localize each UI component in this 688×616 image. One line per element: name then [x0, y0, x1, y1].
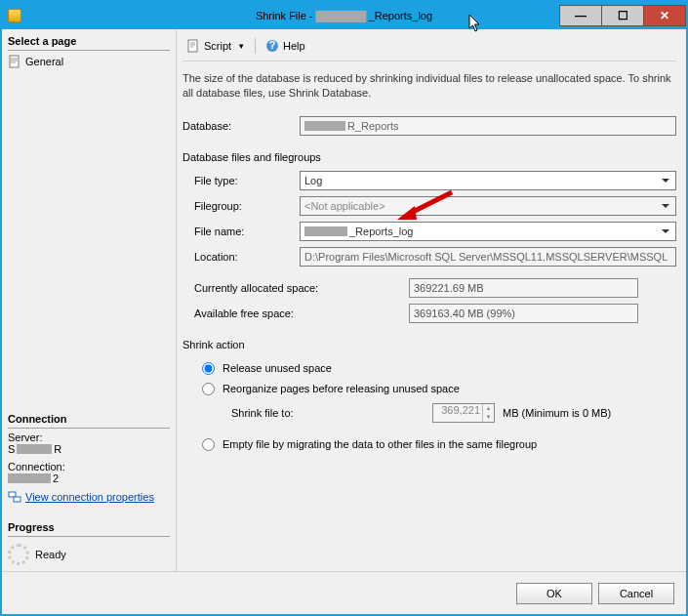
radio-release[interactable]: [202, 362, 215, 375]
close-button[interactable]: ✕: [643, 5, 686, 26]
option-empty-file[interactable]: Empty file by migrating the data to othe…: [202, 438, 676, 451]
svg-text:?: ?: [269, 39, 276, 51]
svg-rect-1: [9, 492, 16, 497]
radio-empty[interactable]: [202, 438, 215, 451]
option-release-unused[interactable]: Release unused space: [202, 362, 676, 375]
connection-icon: [8, 490, 21, 504]
files-section-label: Database files and filegroups: [182, 151, 676, 163]
location-field: D:\Program Files\Microsoft SQL Server\MS…: [300, 247, 676, 267]
svg-rect-0: [10, 56, 19, 67]
radio-reorganize[interactable]: [202, 383, 215, 395]
spinner-icon: [8, 544, 29, 565]
connection-label: Connection:: [8, 461, 170, 472]
svg-rect-2: [14, 497, 20, 502]
filegroup-select: <Not applicable>: [300, 196, 676, 216]
help-icon: ?: [265, 39, 279, 53]
free-space-value: 369163.40 MB (99%): [409, 304, 638, 323]
app-icon: [8, 9, 21, 22]
script-icon: [186, 39, 200, 53]
allocated-label: Currently allocated space:: [194, 282, 409, 294]
spinner-down-icon[interactable]: ▼: [483, 413, 494, 422]
progress-status: Ready: [8, 540, 170, 565]
cancel-button[interactable]: Cancel: [598, 583, 674, 604]
shrink-file-dialog: Shrink File - _Reports_log — ☐ ✕ Select …: [0, 0, 688, 616]
shrink-to-label: Shrink file to:: [231, 407, 339, 419]
sidebar-item-general[interactable]: General: [8, 54, 170, 69]
option-reorganize[interactable]: Reorganize pages before releasing unused…: [202, 383, 676, 395]
connection-value: 2: [8, 472, 170, 484]
main-panel: Script▼ ? Help The size of the database …: [176, 29, 686, 571]
server-label: Server:: [8, 431, 170, 443]
window-title: Shrink File - _Reports_log: [256, 9, 432, 22]
shrink-action-label: Shrink action: [182, 339, 676, 350]
location-label: Location:: [194, 251, 300, 263]
description-text: The size of the database is reduced by s…: [182, 71, 676, 101]
file-name-label: File name:: [194, 226, 300, 237]
server-value: SR: [8, 443, 170, 455]
ok-button[interactable]: OK: [516, 583, 592, 604]
titlebar[interactable]: Shrink File - _Reports_log — ☐ ✕: [2, 2, 686, 29]
minimize-button[interactable]: —: [559, 5, 602, 26]
shrink-to-spinner[interactable]: 369,221 ▲▼: [432, 403, 495, 423]
database-label: Database:: [182, 120, 300, 132]
maximize-button[interactable]: ☐: [601, 5, 644, 26]
svg-rect-3: [188, 40, 197, 52]
shrink-to-unit: MB (Minimum is 0 MB): [503, 407, 611, 419]
allocated-value: 369221.69 MB: [409, 278, 638, 298]
sidebar: Select a page General Connection Server:…: [2, 29, 176, 571]
page-icon: [8, 55, 21, 68]
toolbar: Script▼ ? Help: [182, 35, 676, 62]
dialog-footer: OK Cancel: [2, 571, 686, 614]
spinner-up-icon[interactable]: ▲: [483, 404, 494, 413]
file-name-select[interactable]: _Reports_log: [300, 222, 676, 241]
free-space-label: Available free space:: [194, 308, 409, 319]
script-button[interactable]: Script▼: [182, 37, 249, 55]
file-type-select[interactable]: Log: [300, 171, 676, 190]
view-connection-properties-link[interactable]: View connection properties: [8, 490, 170, 504]
connection-header: Connection: [8, 411, 170, 429]
progress-header: Progress: [8, 519, 170, 537]
chevron-down-icon: ▼: [237, 42, 245, 51]
file-type-label: File type:: [194, 175, 300, 186]
database-field: R_Reports: [300, 116, 676, 136]
select-page-header: Select a page: [8, 33, 170, 51]
filegroup-label: Filegroup:: [194, 200, 300, 212]
help-button[interactable]: ? Help: [262, 37, 309, 55]
